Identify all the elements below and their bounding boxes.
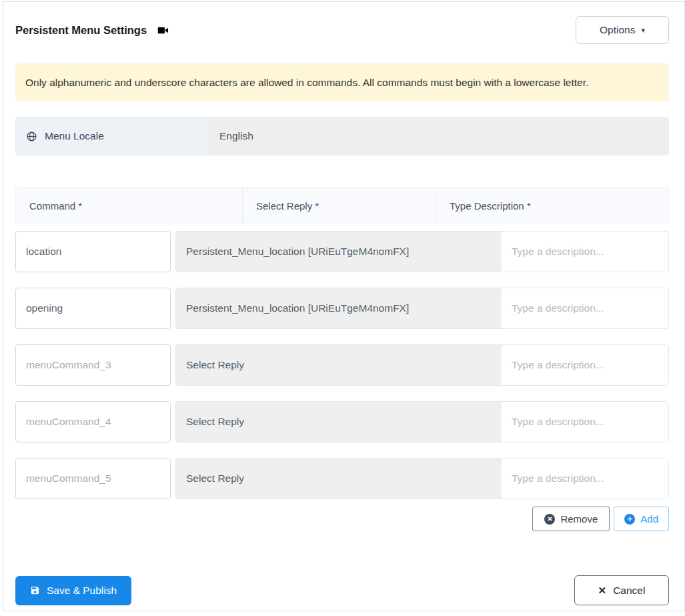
video-camera-icon[interactable] xyxy=(157,24,169,37)
reply-group: Persistent_Menu_location [URiEuTgeM4nomF… xyxy=(175,231,669,272)
column-header-type-description: Type Description * xyxy=(436,188,668,224)
table-row: Persistent_Menu_location [URiEuTgeM4nomF… xyxy=(15,231,669,272)
description-input[interactable] xyxy=(502,232,668,272)
command-input[interactable] xyxy=(15,231,171,272)
options-button-label: Options xyxy=(600,24,635,36)
command-input[interactable] xyxy=(15,401,171,442)
cancel-button-label: Cancel xyxy=(613,585,645,597)
cancel-button[interactable]: ✕ Cancel xyxy=(574,575,669,605)
menu-locale-value-text: English xyxy=(219,130,253,142)
row-actions: ✕ Remove + Add xyxy=(15,507,669,531)
persistent-menu-settings-panel: Persistent Menu Settings Options ▾ Only … xyxy=(3,1,685,611)
menu-locale-group: Menu Locale English xyxy=(15,117,669,156)
description-input[interactable] xyxy=(502,458,668,499)
add-button-label: Add xyxy=(640,513,658,525)
panel-footer: Save & Publish ✕ Cancel xyxy=(15,575,669,605)
page-title: Persistent Menu Settings xyxy=(15,24,147,37)
table-row: Select Reply xyxy=(15,401,669,442)
command-rules-text: Only alphanumeric and underscore charact… xyxy=(25,77,588,89)
options-button[interactable]: Options ▾ xyxy=(576,16,669,44)
circle-plus-icon: + xyxy=(624,514,635,525)
save-publish-button[interactable]: Save & Publish xyxy=(15,576,131,605)
column-header-command: Command * xyxy=(16,188,242,224)
column-header-select-reply: Select Reply * xyxy=(242,188,436,224)
reply-group: Select Reply xyxy=(175,458,669,499)
chevron-down-icon: ▾ xyxy=(641,27,645,34)
table-header-row: Command * Select Reply * Type Descriptio… xyxy=(15,187,669,224)
menu-locale-value: English xyxy=(209,117,669,156)
reply-select[interactable]: Select Reply xyxy=(176,458,502,499)
table-row: Select Reply xyxy=(15,344,669,386)
save-publish-label: Save & Publish xyxy=(47,585,117,597)
circle-x-icon: ✕ xyxy=(544,514,555,525)
reply-group: Select Reply xyxy=(175,344,669,386)
table-row: Persistent_Menu_location [URiEuTgeM4nomF… xyxy=(15,288,669,329)
remove-row-button[interactable]: ✕ Remove xyxy=(532,507,610,531)
x-icon: ✕ xyxy=(598,585,607,595)
reply-select[interactable]: Persistent_Menu_location [URiEuTgeM4nomF… xyxy=(176,232,502,272)
command-input[interactable] xyxy=(15,344,171,386)
description-input[interactable] xyxy=(502,345,668,385)
remove-button-label: Remove xyxy=(560,513,598,525)
description-input[interactable] xyxy=(502,402,668,442)
command-rules-banner: Only alphanumeric and underscore charact… xyxy=(15,63,669,101)
description-input[interactable] xyxy=(502,288,668,328)
reply-group: Persistent_Menu_location [URiEuTgeM4nomF… xyxy=(175,288,669,329)
table-row: Select Reply xyxy=(15,458,669,499)
command-input[interactable] xyxy=(15,458,171,499)
reply-select[interactable]: Select Reply xyxy=(176,345,502,385)
panel-header: Persistent Menu Settings Options ▾ xyxy=(15,2,669,45)
save-icon xyxy=(30,585,40,595)
menu-locale-label-text: Menu Locale xyxy=(45,130,104,142)
reply-group: Select Reply xyxy=(175,401,669,442)
title-wrap: Persistent Menu Settings xyxy=(15,24,169,37)
reply-select[interactable]: Select Reply xyxy=(176,402,502,442)
add-row-button[interactable]: + Add xyxy=(614,507,669,531)
command-input[interactable] xyxy=(15,288,171,329)
globe-icon xyxy=(26,131,37,142)
reply-select[interactable]: Persistent_Menu_location [URiEuTgeM4nomF… xyxy=(176,288,502,328)
menu-locale-label: Menu Locale xyxy=(15,117,209,156)
